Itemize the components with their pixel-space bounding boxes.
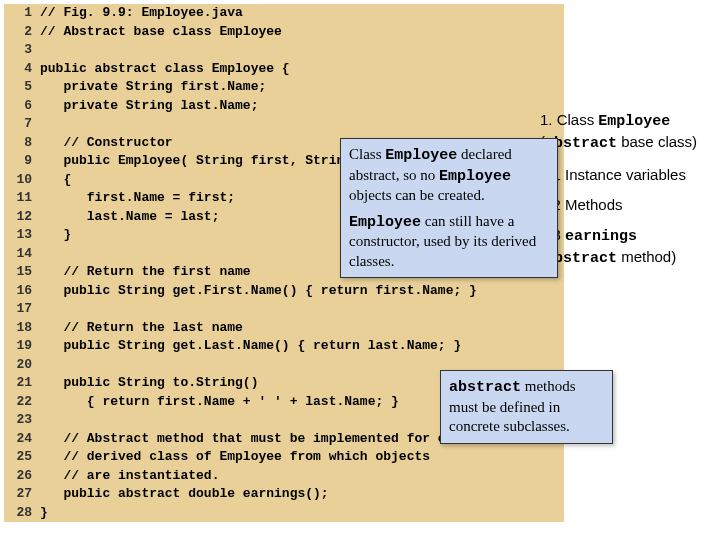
code-text: }	[40, 504, 564, 523]
line-number: 25	[4, 448, 40, 467]
callout-mono: Employee	[439, 168, 511, 185]
line-number: 21	[4, 374, 40, 393]
line-number: 27	[4, 485, 40, 504]
outline-text: method)	[617, 248, 676, 265]
outline-item-1: 1. Class Employee (abstract base class)	[540, 110, 710, 155]
callout-paragraph: Class Employee declared abstract, so no …	[349, 145, 549, 206]
line-number: 28	[4, 504, 40, 523]
code-text: // Return the last name	[40, 319, 564, 338]
code-text	[40, 115, 564, 134]
callout-mono: Employee	[349, 214, 421, 231]
line-number: 13	[4, 226, 40, 245]
line-number: 15	[4, 263, 40, 282]
outline-mono: earnings	[565, 228, 637, 245]
line-number: 6	[4, 97, 40, 116]
code-line: 27 public abstract double earnings();	[4, 485, 564, 504]
line-number: 4	[4, 60, 40, 79]
callout-abstract-methods: abstract methods must be defined in conc…	[440, 370, 613, 444]
line-number: 18	[4, 319, 40, 338]
line-number: 26	[4, 467, 40, 486]
line-number: 3	[4, 41, 40, 60]
code-text: private String last.Name;	[40, 97, 564, 116]
code-line: 2// Abstract base class Employee	[4, 23, 564, 42]
callout-mono: Employee	[385, 147, 457, 164]
code-text: // Abstract base class Employee	[40, 23, 564, 42]
code-line: 4public abstract class Employee {	[4, 60, 564, 79]
line-number: 20	[4, 356, 40, 375]
line-number: 1	[4, 4, 40, 23]
outline-mono: Employee	[598, 113, 670, 130]
code-line: 6 private String last.Name;	[4, 97, 564, 116]
callout-class-declared: Class Employee declared abstract, so no …	[340, 138, 558, 278]
code-text: private String first.Name;	[40, 78, 564, 97]
line-number: 10	[4, 171, 40, 190]
outline-item-3: 1.2 Methods	[540, 195, 710, 215]
code-line: 17	[4, 300, 564, 319]
code-text: public abstract double earnings();	[40, 485, 564, 504]
code-text: public abstract class Employee {	[40, 60, 564, 79]
callout-mono: abstract	[449, 379, 521, 396]
code-line: 19 public String get.Last.Name() { retur…	[4, 337, 564, 356]
line-number: 17	[4, 300, 40, 319]
code-line: 7	[4, 115, 564, 134]
line-number: 16	[4, 282, 40, 301]
callout-text: Class	[349, 146, 385, 162]
callout-text: objects can be created.	[349, 187, 485, 203]
code-line: 1// Fig. 9.9: Employee.java	[4, 4, 564, 23]
line-number: 19	[4, 337, 40, 356]
code-line: 16 public String get.First.Name() { retu…	[4, 282, 564, 301]
line-number: 14	[4, 245, 40, 264]
line-number: 23	[4, 411, 40, 430]
code-text: // are instantiated.	[40, 467, 564, 486]
code-line: 3	[4, 41, 564, 60]
line-number: 5	[4, 78, 40, 97]
line-number: 8	[4, 134, 40, 153]
line-number: 22	[4, 393, 40, 412]
outline-panel: 1. Class Employee (abstract base class) …	[540, 110, 710, 280]
code-line: 25 // derived class of Employee from whi…	[4, 448, 564, 467]
code-text: public String get.Last.Name() { return l…	[40, 337, 564, 356]
outline-item-4: 1.3 earnings (abstract method)	[540, 225, 710, 270]
code-text: public String get.First.Name() { return …	[40, 282, 564, 301]
code-text: // derived class of Employee from which …	[40, 448, 564, 467]
outline-item-2: 1.1 Instance variables	[540, 165, 710, 185]
line-number: 11	[4, 189, 40, 208]
outline-text: base class)	[617, 133, 697, 150]
line-number: 24	[4, 430, 40, 449]
line-number: 7	[4, 115, 40, 134]
code-line: 26 // are instantiated.	[4, 467, 564, 486]
code-text	[40, 300, 564, 319]
line-number: 9	[4, 152, 40, 171]
code-line: 28}	[4, 504, 564, 523]
callout-paragraph: Employee can still have a constructor, u…	[349, 212, 549, 272]
line-number: 2	[4, 23, 40, 42]
code-text	[40, 41, 564, 60]
code-line: 5 private String first.Name;	[4, 78, 564, 97]
line-number: 12	[4, 208, 40, 227]
code-text: // Fig. 9.9: Employee.java	[40, 4, 564, 23]
code-line: 18 // Return the last name	[4, 319, 564, 338]
outline-text: 1. Class	[540, 111, 598, 128]
